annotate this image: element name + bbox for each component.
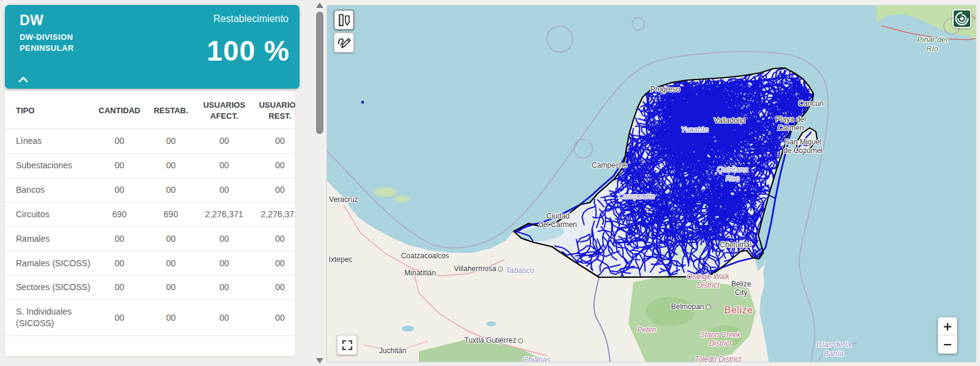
table-row: Circuitos6906902,276,3712,276,37100: [5, 202, 295, 226]
row-value: 690: [93, 202, 146, 226]
isolated-network-dot: [361, 101, 364, 103]
row-value: 00: [146, 251, 196, 275]
row-value: 00: [93, 251, 146, 275]
row-value: 2,276,371: [252, 202, 295, 226]
row-value: 00: [196, 251, 252, 275]
table-row: Líneas0000000000: [5, 129, 295, 154]
table-row: S. Individuales (SICOSS)0000000000: [5, 300, 295, 336]
collapse-chevron-up-icon[interactable]: [17, 75, 29, 84]
row-value: 00: [196, 300, 252, 336]
stats-table-body: Líneas0000000000Subestaciones0000000000B…: [5, 129, 295, 336]
row-label: S. Individuales (SICOSS): [5, 300, 93, 336]
row-value: 00: [146, 275, 196, 300]
statistics-table: TIPO CANTIDAD RESTAB. USUARIOS AFECT. US…: [5, 91, 295, 336]
row-value: 00: [93, 226, 146, 251]
row-value: 00: [252, 153, 295, 177]
table-row: Ramales0000000000: [5, 226, 295, 251]
row-value: 00: [93, 300, 146, 336]
restoration-label: Restablecimiento: [213, 13, 288, 24]
swirl-logo-icon: [954, 10, 970, 27]
col-header-usuarios-rest: USUARIOS REST.: [252, 91, 295, 129]
scroll-up-icon[interactable]: [316, 2, 323, 8]
row-value: 00: [146, 300, 196, 336]
scrollbar-thumb[interactable]: [316, 12, 323, 134]
row-value: 00: [196, 226, 252, 251]
row-value: 00: [146, 153, 196, 177]
row-value: 00: [93, 177, 146, 202]
row-value: 00: [146, 177, 196, 202]
map-canvas[interactable]: ProgresoCancúnPlaya del CarmenSan Miguel…: [326, 5, 976, 362]
col-header-restab: RESTAB.: [146, 91, 196, 129]
row-value: 00: [146, 129, 196, 154]
row-label: Ramales: [5, 226, 93, 251]
row-value: 00: [252, 251, 295, 275]
row-label: Líneas: [5, 129, 93, 154]
row-value: 2,276,371: [196, 202, 252, 226]
row-value: 00: [93, 153, 146, 177]
statistics-table-card: TIPO CANTIDAD RESTAB. USUARIOS AFECT. US…: [5, 91, 295, 356]
division-summary-card: DW DW-DIVISION PENINSULAR Restablecimien…: [5, 5, 300, 89]
row-value: 00: [93, 275, 146, 300]
restoration-percentage: 100 %: [207, 34, 290, 67]
row-value: 00: [196, 129, 252, 154]
zoom-controls: + −: [938, 317, 957, 354]
fullscreen-icon: [342, 340, 353, 351]
panel-scrollbar[interactable]: [314, 0, 325, 366]
draw-tool-button[interactable]: [334, 32, 354, 53]
row-value: 00: [146, 226, 196, 251]
table-row: Subestaciones0000000000: [5, 153, 295, 177]
row-value: 00: [196, 177, 252, 202]
table-row: Bancos0000000000: [5, 177, 295, 202]
col-header-cantidad: CANTIDAD: [93, 91, 146, 129]
ruler-pencil-icon: [337, 13, 351, 27]
app-root: DW DW-DIVISION PENINSULAR Restablecimien…: [0, 0, 980, 366]
row-value: 00: [252, 177, 295, 202]
scroll-down-icon[interactable]: [316, 358, 323, 364]
col-header-usuarios-afect: USUARIOS AFECT.: [196, 91, 252, 129]
row-label: Bancos: [5, 177, 93, 202]
table-row: Sectores (SICOSS)0000000000: [5, 275, 295, 300]
row-value: 00: [252, 300, 295, 336]
row-label: Subestaciones: [5, 153, 93, 177]
row-value: 00: [252, 226, 295, 251]
row-value: 00: [196, 153, 252, 177]
pencil-draw-icon: [337, 35, 352, 50]
row-value: 00: [196, 275, 252, 300]
map-base-layer: [327, 6, 976, 362]
row-value: 00: [252, 129, 295, 154]
division-name: DW-DIVISION PENINSULAR: [20, 32, 74, 54]
zoom-out-button[interactable]: −: [938, 335, 957, 353]
row-label: Ramales (SICOSS): [5, 251, 93, 275]
division-code: DW: [20, 12, 43, 29]
measure-tool-button[interactable]: [334, 10, 354, 30]
col-header-tipo: TIPO: [5, 91, 93, 129]
table-row: Ramales (SICOSS)0000000000: [5, 251, 295, 275]
table-header-row: TIPO CANTIDAD RESTAB. USUARIOS AFECT. US…: [5, 91, 295, 129]
app-logo-button[interactable]: [952, 9, 971, 28]
row-value: 00: [93, 129, 146, 154]
row-value: 690: [146, 202, 196, 226]
row-label: Sectores (SICOSS): [5, 275, 93, 300]
zoom-in-button[interactable]: +: [938, 318, 957, 335]
fullscreen-button[interactable]: [337, 335, 357, 355]
row-label: Circuitos: [5, 202, 93, 226]
row-value: 00: [252, 275, 295, 300]
